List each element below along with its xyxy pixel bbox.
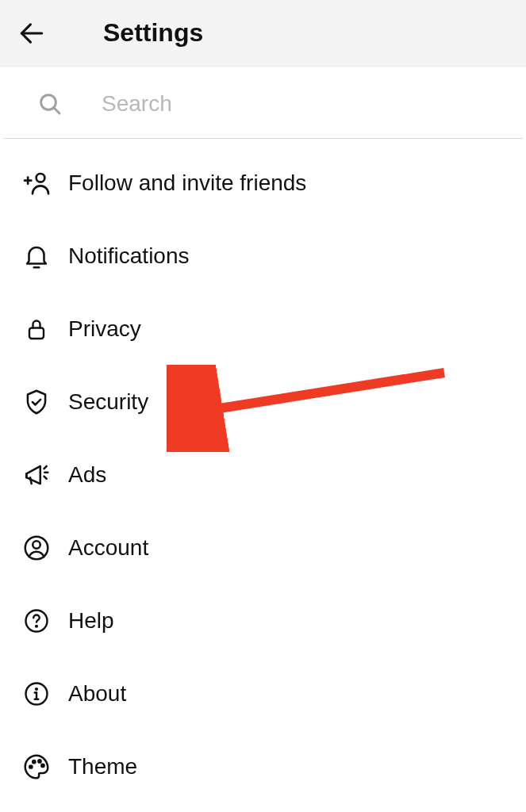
- menu-item-label: Help: [68, 608, 114, 634]
- menu-item-label: Follow and invite friends: [68, 170, 306, 196]
- menu-item-security[interactable]: Security: [0, 366, 526, 439]
- menu-item-label: Security: [68, 389, 148, 415]
- svg-point-14: [36, 626, 37, 627]
- menu-item-about[interactable]: About: [0, 657, 526, 730]
- svg-point-23: [41, 764, 44, 767]
- svg-point-22: [38, 760, 40, 762]
- menu-item-label: Notifications: [68, 243, 190, 269]
- page-title: Settings: [103, 18, 203, 48]
- svg-line-8: [44, 466, 47, 469]
- menu-item-label: Ads: [68, 462, 106, 488]
- svg-line-10: [44, 477, 47, 479]
- help-circle-icon: [16, 600, 57, 642]
- search-input[interactable]: [102, 91, 490, 117]
- arrow-left-icon: [17, 18, 47, 48]
- add-person-icon: [16, 163, 57, 204]
- bell-icon: [16, 236, 57, 277]
- svg-point-12: [33, 541, 40, 549]
- menu-item-follow-invite[interactable]: Follow and invite friends: [0, 147, 526, 220]
- svg-point-20: [29, 765, 32, 768]
- search-icon: [36, 90, 63, 117]
- header-bar: Settings: [0, 0, 526, 67]
- megaphone-icon: [16, 454, 57, 496]
- shield-check-icon: [16, 381, 57, 423]
- svg-point-21: [33, 760, 35, 763]
- menu-item-help[interactable]: Help: [0, 584, 526, 657]
- menu-item-label: Theme: [68, 754, 137, 779]
- menu-item-label: Account: [68, 535, 148, 561]
- menu-item-theme[interactable]: Theme: [0, 730, 526, 803]
- menu-item-ads[interactable]: Ads: [0, 439, 526, 511]
- info-circle-icon: [16, 673, 57, 714]
- svg-line-2: [54, 108, 60, 113]
- search-row[interactable]: [3, 67, 523, 139]
- menu-item-account[interactable]: Account: [0, 511, 526, 584]
- palette-icon: [16, 746, 57, 787]
- back-button[interactable]: [14, 16, 49, 51]
- svg-point-16: [36, 688, 37, 690]
- account-circle-icon: [16, 527, 57, 569]
- settings-list: Follow and invite friends Notifications …: [0, 139, 526, 803]
- svg-rect-7: [29, 328, 44, 339]
- lock-icon: [16, 308, 57, 350]
- svg-point-3: [36, 174, 45, 182]
- menu-item-privacy[interactable]: Privacy: [0, 293, 526, 366]
- menu-item-label: About: [68, 681, 126, 707]
- menu-item-notifications[interactable]: Notifications: [0, 220, 526, 293]
- menu-item-label: Privacy: [68, 316, 141, 342]
